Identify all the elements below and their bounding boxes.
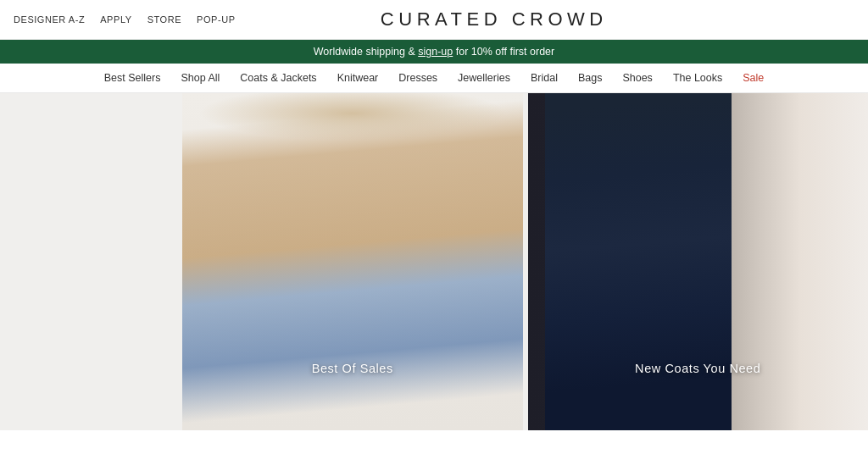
promo-text-after: for 10% off first order	[453, 46, 554, 58]
nav-sale[interactable]: Sale	[743, 72, 764, 84]
nav-the-looks[interactable]: The Looks	[673, 72, 722, 84]
nav-best-sellers[interactable]: Best Sellers	[104, 72, 161, 84]
hero-left-image	[182, 93, 523, 430]
nav-knitwear[interactable]: Knitwear	[337, 72, 379, 84]
hero-panel-right[interactable]: New Coats You Need	[528, 93, 869, 430]
top-nav-bar: DESIGNER A-Z APPLY STORE POP-UP CURATED …	[0, 0, 868, 93]
top-nav-links: DESIGNER A-Z APPLY STORE POP-UP	[14, 14, 236, 25]
nav-jewelleries[interactable]: Jewelleries	[458, 72, 510, 84]
hero-left-label: Best Of Sales	[182, 362, 523, 375]
nav-apply[interactable]: APPLY	[100, 14, 131, 25]
site-title: CURATED CROWD	[236, 8, 753, 30]
nav-coats-jackets[interactable]: Coats & Jackets	[240, 72, 316, 84]
nav-dresses[interactable]: Dresses	[398, 72, 437, 84]
nav-store[interactable]: STORE	[147, 14, 181, 25]
nav-shoes[interactable]: Shoes	[622, 72, 652, 84]
nav-designer-az[interactable]: DESIGNER A-Z	[14, 14, 85, 25]
hero-section: Best Of Sales New Coats You Need	[0, 93, 868, 430]
nav-shop-all[interactable]: Shop All	[181, 72, 220, 84]
nav-bridal[interactable]: Bridal	[531, 72, 558, 84]
nav-bags[interactable]: Bags	[578, 72, 603, 84]
hero-right-image	[528, 93, 869, 430]
nav-popup[interactable]: POP-UP	[197, 14, 235, 25]
promo-text-before: Worldwide shipping &	[314, 46, 418, 58]
hero-panel-left[interactable]: Best Of Sales	[182, 93, 523, 430]
hero-right-label: New Coats You Need	[528, 362, 869, 375]
promo-signup-link[interactable]: sign-up	[418, 46, 453, 58]
promo-banner: Worldwide shipping & sign-up for 10% off…	[0, 40, 868, 64]
main-nav: Best Sellers Shop All Coats & Jackets Kn…	[0, 64, 868, 93]
